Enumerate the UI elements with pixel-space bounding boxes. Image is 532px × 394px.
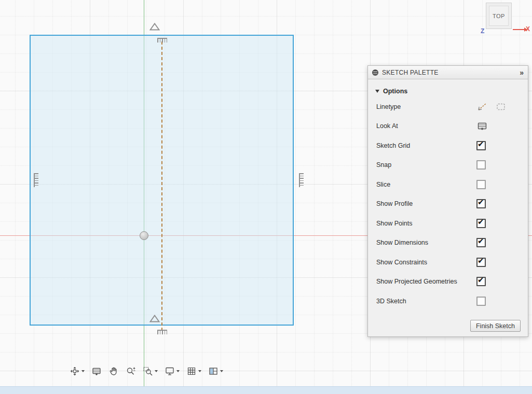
palette-icon [372, 69, 378, 76]
zoom-icon [126, 366, 136, 376]
palette-title: SKETCH PALETTE [382, 69, 516, 76]
palette-row-show-projected-geometries: Show Projected Geometries [368, 272, 528, 292]
midpoint-constraint-icon[interactable] [157, 330, 167, 334]
option-label: Show Dimensions [376, 239, 475, 246]
palette-row-3d-sketch: 3D Sketch [368, 291, 528, 311]
palette-header[interactable]: SKETCH PALETTE » [368, 66, 528, 79]
timeline-strip [0, 386, 532, 394]
viewcube-x-axis-arrow [513, 29, 524, 30]
show-dimensions-checkbox[interactable] [476, 238, 486, 247]
option-label: 3D Sketch [376, 298, 475, 305]
show-points-checkbox[interactable] [476, 219, 486, 228]
chevron-down-icon[interactable] [155, 370, 158, 372]
options-section-header[interactable]: Options [368, 79, 528, 97]
orbit-icon [70, 366, 80, 376]
midpoint-constraint-icon[interactable] [34, 173, 38, 187]
viewports-icon [208, 366, 219, 376]
look-at-button[interactable] [89, 364, 104, 378]
palette-row-slice: Slice [368, 175, 528, 194]
option-label: Snap [376, 161, 475, 168]
palette-row-show-constraints: Show Constraints [368, 252, 528, 272]
option-label: Show Points [376, 220, 475, 227]
grid-and-snaps-button[interactable] [184, 364, 203, 378]
display-settings-icon [165, 366, 175, 376]
sketch-grid-checkbox[interactable] [476, 141, 486, 150]
zoom-window-button[interactable] [141, 364, 160, 378]
chevron-down-icon[interactable] [220, 370, 223, 372]
option-label: Sketch Grid [376, 142, 475, 149]
navigation-bar [67, 364, 225, 378]
chevron-down-icon[interactable] [176, 370, 180, 372]
viewcube[interactable]: TOP [486, 3, 512, 29]
chevron-down-icon[interactable] [81, 370, 85, 372]
show-projected-geometries-checkbox[interactable] [476, 277, 486, 286]
viewcube-z-axis-label: Z [481, 27, 484, 35]
option-label: Show Projected Geometries [376, 278, 475, 285]
viewcube-x-axis-label: X [526, 25, 530, 33]
look-at-icon[interactable] [476, 120, 488, 132]
option-label: Show Profile [376, 200, 475, 207]
symmetry-constraint-icon[interactable] [149, 315, 160, 322]
option-label: Linetype [376, 103, 475, 110]
option-label: Look At [376, 122, 475, 130]
slice-checkbox[interactable] [476, 180, 486, 189]
chevron-down-icon[interactable] [198, 370, 201, 372]
snap-checkbox[interactable] [476, 160, 486, 170]
palette-row-show-points: Show Points [368, 214, 528, 233]
viewcube-face-label: TOP [493, 13, 505, 19]
chevron-down-icon [375, 90, 379, 93]
option-label: Show Constraints [376, 259, 475, 266]
palette-row-look-at: Look At [368, 117, 528, 136]
palette-row-sketch-grid: Sketch Grid [368, 136, 528, 156]
palette-row-show-profile: Show Profile [368, 194, 528, 214]
options-section-label: Options [383, 88, 407, 95]
look-at-icon [91, 366, 102, 376]
pan-button[interactable] [106, 364, 121, 378]
orbit-button[interactable] [67, 364, 87, 378]
construction-centerline[interactable] [161, 41, 162, 331]
zoom-button[interactable] [124, 364, 138, 378]
collapse-panel-icon[interactable]: » [520, 69, 524, 76]
palette-row-show-dimensions: Show Dimensions [368, 233, 528, 253]
midpoint-constraint-icon[interactable] [157, 38, 167, 43]
centerline-icon[interactable] [495, 101, 507, 112]
finish-sketch-button[interactable]: Finish Sketch [470, 320, 521, 332]
origin-point[interactable] [140, 231, 148, 240]
option-label: Slice [376, 181, 475, 188]
construction-line-icon[interactable] [476, 101, 488, 112]
palette-row-linetype: Linetype [368, 97, 528, 117]
pan-icon [108, 366, 119, 376]
show-profile-checkbox[interactable] [476, 199, 486, 208]
midpoint-constraint-icon[interactable] [299, 173, 304, 187]
grid-and-snaps-icon [186, 366, 197, 376]
display-settings-button[interactable] [162, 364, 182, 378]
3d-sketch-checkbox[interactable] [476, 297, 486, 306]
viewports-button[interactable] [206, 364, 225, 378]
palette-options-list: Linetype Look At [368, 97, 528, 311]
palette-row-snap: Snap [368, 156, 528, 175]
symmetry-constraint-icon[interactable] [149, 23, 160, 31]
show-constraints-checkbox[interactable] [476, 258, 486, 267]
zoom-window-icon [143, 366, 153, 376]
sketch-palette-panel: SKETCH PALETTE » Options Linetype [367, 65, 528, 337]
